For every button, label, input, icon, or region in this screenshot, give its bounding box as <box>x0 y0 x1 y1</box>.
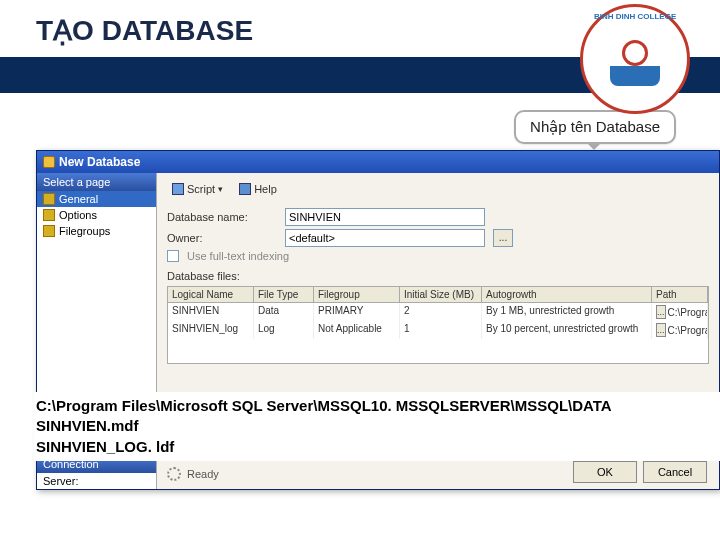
sidebar-server-label: Server: <box>37 473 156 489</box>
callout-enter-db-name: Nhập tên Database <box>514 110 676 144</box>
college-logo: BINH DINH COLLEGE <box>580 4 690 114</box>
help-button[interactable]: Help <box>234 181 282 197</box>
spinner-icon <box>167 467 181 481</box>
ok-button[interactable]: OK <box>573 461 637 483</box>
dbname-input[interactable] <box>285 208 485 226</box>
grid-row[interactable]: SINHVIEN_log Log Not Applicable 1 By 10 … <box>168 321 708 339</box>
dialog-titlebar[interactable]: New Database <box>37 151 719 173</box>
dbname-label: Database name: <box>167 211 277 223</box>
file-path-overlay: C:\Program Files\Microsoft SQL Server\MS… <box>34 392 720 461</box>
grid-row[interactable]: SINHVIEN Data PRIMARY 2 By 1 MB, unrestr… <box>168 303 708 321</box>
sidebar-header: Select a page <box>37 173 156 191</box>
files-grid: Logical Name File Type Filegroup Initial… <box>167 286 709 364</box>
path-browse-button[interactable]: ... <box>656 323 666 337</box>
sidebar-item-general[interactable]: General <box>37 191 156 207</box>
book-icon <box>610 66 660 86</box>
path-browse-button[interactable]: ... <box>656 305 666 319</box>
owner-input[interactable] <box>285 229 485 247</box>
gear-icon <box>622 40 648 66</box>
cancel-button[interactable]: Cancel <box>643 461 707 483</box>
script-button[interactable]: Script ▾ <box>167 181 228 197</box>
sidebar-item-filegroups[interactable]: Filegroups <box>37 223 156 239</box>
owner-browse-button[interactable]: ... <box>493 229 513 247</box>
owner-label: Owner: <box>167 232 277 244</box>
sidebar-item-options[interactable]: Options <box>37 207 156 223</box>
page-icon <box>43 193 55 205</box>
fulltext-checkbox[interactable] <box>167 250 179 262</box>
script-icon <box>172 183 184 195</box>
help-icon <box>239 183 251 195</box>
page-icon <box>43 209 55 221</box>
database-icon <box>43 156 55 168</box>
grid-header-row: Logical Name File Type Filegroup Initial… <box>168 287 708 303</box>
database-files-label: Database files: <box>167 270 709 282</box>
status-ready: Ready <box>187 468 219 480</box>
page-icon <box>43 225 55 237</box>
fulltext-label: Use full-text indexing <box>187 250 289 262</box>
